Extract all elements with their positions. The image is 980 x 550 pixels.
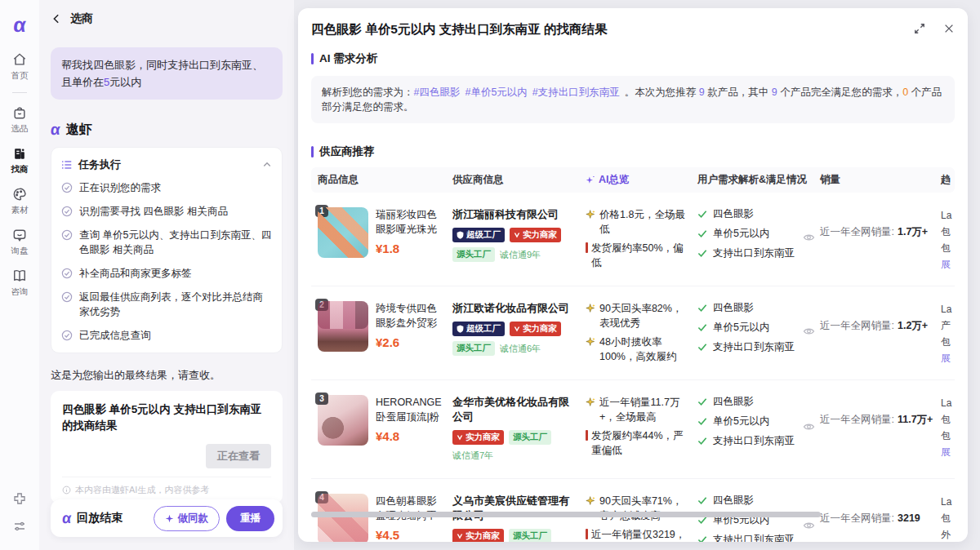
check-icon — [697, 229, 707, 238]
final-note: 这是为您输出的最终结果，请查收。 — [51, 368, 283, 383]
sidebar-item-xuanpin[interactable]: 选品 — [0, 104, 39, 135]
task-panel-title: 任务执行 — [78, 157, 121, 172]
col-product: 商品信息 — [318, 173, 452, 187]
need-check: 单价5元以内 — [697, 227, 799, 241]
col-ai-overview[interactable]: AI总览 — [586, 173, 697, 187]
need-tag[interactable]: #单价5元以内 — [465, 86, 527, 98]
back-icon[interactable] — [51, 13, 62, 24]
product-title[interactable]: 瑞丽彩妆四色眼影哑光珠光大地色眼影盘平价品... — [376, 207, 444, 237]
assistant-brand: α 遨虾 — [51, 121, 283, 139]
sidebar-item-zhaoshang[interactable]: 找商 — [0, 145, 39, 175]
eye-icon[interactable] — [803, 422, 815, 432]
chat-panel: 选商 帮我找四色眼影，同时支持出口到东南亚、且单价在5元以内 α 遨虾 任务执行… — [39, 0, 294, 550]
expand-link[interactable]: 展 — [941, 444, 955, 460]
sales-cell: 近一年全网销量:3219 — [820, 494, 941, 542]
sliders-icon[interactable] — [12, 519, 27, 534]
close-icon[interactable] — [943, 23, 955, 34]
chevron-up-icon[interactable] — [262, 160, 272, 170]
supplier-table: 商品信息 供应商信息 AI总览 用户需求解析&满足情况 销量 趋 1 瑞丽彩妆四… — [311, 167, 955, 542]
shield-icon — [457, 231, 464, 239]
task-item: 正在识别您的需求 — [61, 180, 272, 195]
source-factory-badge: 源头工厂 — [509, 430, 551, 445]
product-image[interactable]: 2 — [318, 301, 368, 352]
product-image[interactable]: 1 — [318, 207, 368, 258]
sidebar-item-xunpan[interactable]: 询盘 — [0, 227, 39, 257]
table-row[interactable]: 4 四色朝暮眼影盘哑光细闪不易晕染易上色不脱妆... ¥4.5 义乌市美宸供应链… — [311, 479, 955, 542]
ai-point-good: 价格1.8元，全场最低 — [586, 207, 688, 237]
replay-logo-icon: α — [61, 510, 72, 527]
sidebar-item-home[interactable]: 首页 — [0, 51, 39, 82]
warning-bar-icon — [586, 529, 588, 539]
product-title[interactable]: 四色朝暮眼影盘哑光细闪不易晕染易上色不脱妆... — [376, 494, 444, 523]
ai-point-good: 48小时揽收率100%，高效履约 — [586, 335, 688, 364]
product-image[interactable]: 3 — [318, 395, 368, 446]
product-price: ¥4.5 — [376, 528, 444, 542]
results-title: 四色眼影 单价5元以内 支持出口到东南亚 的找商结果 — [311, 21, 914, 38]
result-card[interactable]: 四色眼影 单价5元以内 支持出口到东南亚 的找商结果 正在查看 本内容由遨虾AI… — [51, 391, 283, 503]
v-mark-icon — [514, 232, 520, 239]
home-icon — [11, 51, 28, 68]
product-image[interactable]: 4 — [318, 494, 368, 542]
sidebar-item-sucai[interactable]: 素材 — [0, 186, 39, 216]
check-circle-icon — [61, 268, 73, 279]
ai-point-good: 90天回头率82%，表现优秀 — [586, 301, 688, 330]
replay-bar: α 回放结束 做同款 重播 — [51, 499, 283, 537]
sales-cell: 近一年全网销量:1.2万+ — [820, 301, 941, 368]
horizontal-scrollbar[interactable] — [311, 512, 821, 517]
supplier-name[interactable]: 金华市美优格化妆品有限公司 — [452, 395, 574, 424]
check-circle-icon — [61, 229, 73, 241]
eye-icon[interactable] — [803, 521, 815, 530]
product-price: ¥1.8 — [376, 242, 444, 255]
check-icon — [697, 496, 707, 505]
task-item: 已完成信息查询 — [61, 328, 272, 343]
check-circle-icon — [61, 291, 73, 303]
expand-link[interactable]: 展 — [941, 256, 955, 273]
table-row[interactable]: 2 跨境专供四色眼影盘外贸彩妆自然珠光眼妆盘新... ¥2.6 浙江欧诺化妆品有… — [311, 286, 955, 380]
strength-merchant-badge: 实力商家 — [452, 430, 504, 445]
info-icon — [62, 486, 71, 495]
check-circle-icon — [61, 206, 73, 217]
sparkle-icon — [586, 397, 596, 407]
product-title[interactable]: 跨境专供四色眼影盘外贸彩妆自然珠光眼妆盘新... — [376, 301, 444, 330]
viewing-button[interactable]: 正在查看 — [206, 444, 271, 468]
product-title[interactable]: HERORANGE 卧蚕届顶流|粉嫩嫩高光亮片多色... — [376, 395, 444, 424]
result-card-title: 四色眼影 单价5元以内 支持出口到东南亚 的找商结果 — [62, 401, 271, 434]
eye-icon[interactable] — [803, 233, 815, 242]
section-marker — [311, 53, 314, 64]
sales-value: 11.7万+ — [898, 414, 933, 425]
sidebar-item-zixun[interactable]: 咨询 — [0, 268, 39, 298]
sparkle-icon — [586, 336, 596, 347]
ai-point-bad: 发货履约率50%，偏低 — [586, 241, 688, 270]
need-tag[interactable]: #支持出口到东南亚 — [532, 86, 620, 98]
make-same-button[interactable]: 做同款 — [154, 506, 220, 531]
supplier-name[interactable]: 义乌市美宸供应链管理有限公司 — [452, 494, 574, 523]
table-row[interactable]: 1 瑞丽彩妆四色眼影哑光珠光大地色眼影盘平价品... ¥1.8 浙江瑞丽科技有限… — [311, 193, 955, 286]
clipped-column: La 包 包 展 — [941, 395, 955, 467]
source-factory-badge: 源头工厂 — [509, 529, 551, 542]
clipped-column: La 包 外 展 — [941, 494, 955, 542]
v-mark-icon — [457, 533, 463, 540]
need-check: 支持出口到东南亚 — [697, 533, 799, 542]
supplier-name[interactable]: 浙江瑞丽科技有限公司 — [452, 207, 574, 222]
clipped-column: La 包 包 展 — [941, 207, 955, 274]
expand-link[interactable]: 展 — [941, 350, 955, 366]
supplier-name[interactable]: 浙江欧诺化妆品有限公司 — [452, 301, 574, 316]
gamepad-icon[interactable] — [12, 491, 27, 506]
table-row[interactable]: 3 HERORANGE 卧蚕届顶流|粉嫩嫩高光亮片多色... ¥4.8 金华市美… — [311, 380, 955, 479]
icon-rail: α 首页 选品 找商 素材 询盘 咨询 — [0, 0, 39, 550]
need-check: 支持出口到东南亚 — [697, 246, 799, 260]
expand-icon[interactable] — [914, 23, 925, 34]
shield-icon — [457, 325, 464, 333]
replay-status: 回放结束 — [77, 511, 153, 526]
need-check: 四色眼影 — [697, 494, 799, 508]
trust-years: 诚信通6年 — [500, 343, 541, 355]
full-match-count: 9 — [772, 86, 777, 98]
book-icon — [11, 268, 28, 284]
eye-icon[interactable] — [803, 326, 815, 336]
ai-disclaimer: 本内容由遨虾AI生成，内容供参考 — [75, 484, 209, 496]
need-check: 单价5元以内 — [697, 415, 799, 428]
assistant-logo-icon: α — [50, 121, 61, 139]
need-tag[interactable]: #四色眼影 — [414, 86, 461, 98]
check-icon — [697, 417, 707, 426]
replay-button[interactable]: 重播 — [226, 506, 274, 531]
